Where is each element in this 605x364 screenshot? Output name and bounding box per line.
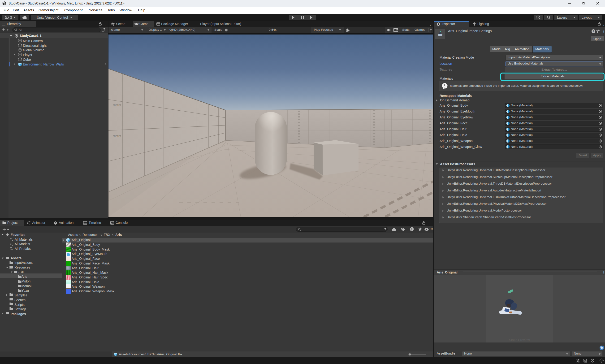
svg-text:3METER: 3METER <box>113 104 121 107</box>
svg-text:3METER: 3METER <box>113 135 121 138</box>
svg-text:?: ? <box>592 30 594 33</box>
